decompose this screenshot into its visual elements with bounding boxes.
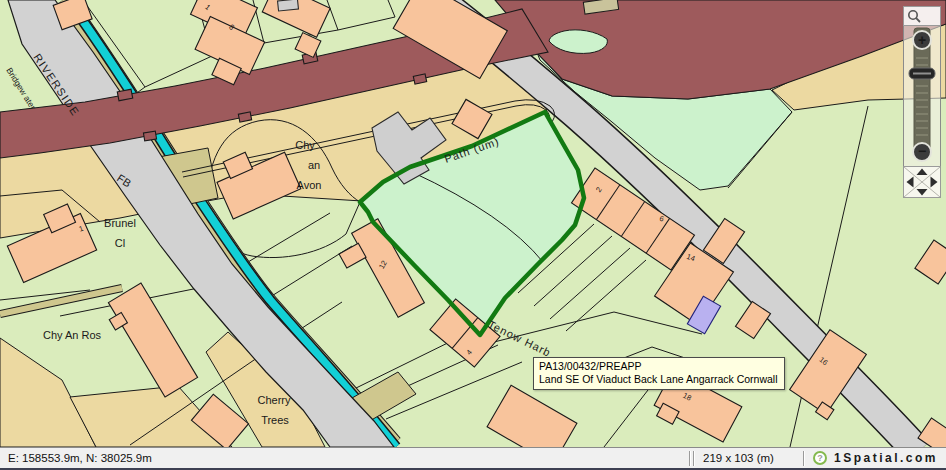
map-canvas[interactable]: RIVERSIDE Bridgew ater FB Brunel Cl Chy … <box>0 0 946 447</box>
statusbar-divider <box>689 451 691 466</box>
status-bar: E: 158553.9m, N: 38025.9m 219 x 103 (m) … <box>0 447 946 468</box>
statusbar-divider <box>693 451 695 466</box>
zoom-out-button[interactable]: − <box>913 143 931 161</box>
magnifier-button[interactable] <box>904 7 941 26</box>
brand-area: ? 1Spatial.com <box>806 451 946 465</box>
cursor-coordinates: E: 158553.9m, N: 38025.9m <box>0 452 688 464</box>
label-brunel-cl: Cl <box>115 237 125 249</box>
label-trees: Trees <box>261 414 289 426</box>
tooltip-reference: PA13/00432/PREAPP <box>539 360 778 373</box>
label-an: an <box>308 159 320 171</box>
zoom-out-label: − <box>918 143 926 159</box>
zoom-in-label: + <box>918 32 926 48</box>
label-chy: Chy <box>295 139 315 151</box>
map-controls-panel: + − <box>903 6 941 198</box>
zoom-in-button[interactable]: + <box>913 31 931 49</box>
help-icon[interactable]: ? <box>813 451 827 465</box>
tooltip-address: Land SE Of Viaduct Back Lane Angarrack C… <box>539 373 778 386</box>
map-extent-size: 219 x 103 (m) <box>696 452 802 464</box>
label-cherry: Cherry <box>257 394 291 406</box>
zoom-slider-handle[interactable] <box>909 68 935 79</box>
brand-text: 1Spatial.com <box>834 451 938 465</box>
pan-pad <box>904 167 941 198</box>
label-brunel: Brunel <box>104 217 136 229</box>
map-viewport[interactable]: RIVERSIDE Bridgew ater FB Brunel Cl Chy … <box>0 0 946 447</box>
map-application-window: RIVERSIDE Bridgew ater FB Brunel Cl Chy … <box>0 0 946 470</box>
label-avon: Avon <box>297 179 322 191</box>
label-chy-an-ros: Chy An Ros <box>43 329 102 341</box>
map-tooltip: PA13/00432/PREAPP Land SE Of Viaduct Bac… <box>533 357 785 390</box>
statusbar-divider <box>803 451 805 466</box>
